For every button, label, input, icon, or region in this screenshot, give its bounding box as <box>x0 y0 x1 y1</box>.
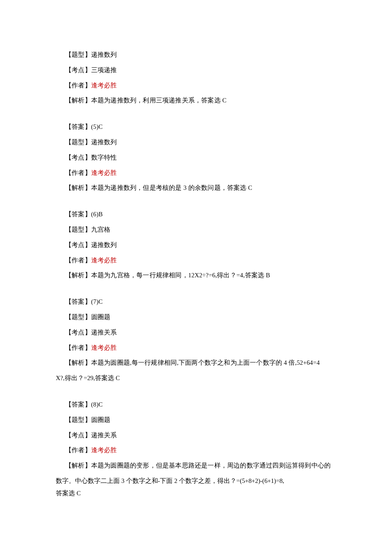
analysis-continuation: 答案选 C <box>56 489 337 497</box>
author-value: 逢考必胜 <box>91 344 117 351</box>
analysis-line: 【解析】本题为圆圈题,每一行规律相同,下面两个数字之和为上面一个数字的 4 倍,… <box>65 358 337 367</box>
analysis-continuation: 数字。中心数字二上面 3 个数字之和-下面 2 个数字之差，得出？=(5+8+2… <box>56 477 337 485</box>
answer-line: 【答案】(5)C <box>65 122 337 131</box>
analysis-label: 【解析】 <box>65 359 91 366</box>
type-label: 【题型】 <box>65 51 91 58</box>
answer-label: 【答案】 <box>65 123 91 130</box>
point-label: 【考点】 <box>65 154 91 161</box>
analysis-value: 本题为递推数列，利用三项递推关系，答案选 C <box>91 97 227 104</box>
point-label: 【考点】 <box>65 432 91 439</box>
answer-value: (7)C <box>91 298 103 305</box>
analysis-line: 【解析】本题为递推数列，利用三项递推关系，答案选 C <box>65 96 337 105</box>
point-value: 三项递推 <box>91 67 117 73</box>
point-label: 【考点】 <box>65 67 91 73</box>
author-label: 【作者】 <box>65 447 91 453</box>
type-value: 递推数列 <box>91 139 117 145</box>
analysis-line: 【解析】本题为递推数列，但是考核的是 3 的余数问题，答案选 C <box>65 183 337 192</box>
author-value: 逢考必胜 <box>91 447 117 453</box>
analysis-label: 【解析】 <box>65 184 91 191</box>
point-line: 【考点】三项递推 <box>65 66 337 74</box>
type-label: 【题型】 <box>65 314 91 320</box>
point-line: 【考点】递推关系 <box>65 431 337 439</box>
author-label: 【作者】 <box>65 169 91 176</box>
answer-label: 【答案】 <box>65 298 91 305</box>
type-line: 【题型】圆圈题 <box>65 416 337 424</box>
author-label: 【作者】 <box>65 82 91 89</box>
analysis-label: 【解析】 <box>65 97 91 104</box>
block-separator <box>65 199 337 210</box>
point-value: 递推关系 <box>91 432 117 439</box>
point-line: 【考点】递推数列 <box>65 241 337 249</box>
type-value: 圆圈题 <box>91 314 111 320</box>
type-label: 【题型】 <box>65 416 91 423</box>
block-separator <box>65 111 337 122</box>
type-line: 【题型】圆圈题 <box>65 313 337 321</box>
type-line: 【题型】九宫格 <box>65 225 337 234</box>
answer-label: 【答案】 <box>65 401 91 408</box>
analysis-label: 【解析】 <box>65 462 91 469</box>
answer-value: (8)C <box>91 401 103 408</box>
analysis-value: 本题为九宫格，每一行规律相同，12X2÷?=6,得出？=4,答案选 B <box>91 272 270 279</box>
author-line: 【作者】逢考必胜 <box>65 256 337 264</box>
analysis-label: 【解析】 <box>65 272 91 279</box>
point-value: 递推数列 <box>91 241 117 248</box>
author-label: 【作者】 <box>65 344 91 351</box>
type-label: 【题型】 <box>65 139 91 145</box>
author-label: 【作者】 <box>65 257 91 264</box>
type-line: 【题型】递推数列 <box>65 138 337 146</box>
type-value: 圆圈题 <box>91 416 111 423</box>
analysis-value: 本题为圆圈题,每一行规律相同,下面两个数字之和为上面一个数字的 4 倍,52+6… <box>91 359 320 366</box>
answer-line: 【答案】(6)B <box>65 210 337 218</box>
point-value: 递推关系 <box>91 329 117 336</box>
point-label: 【考点】 <box>65 241 91 248</box>
author-line: 【作者】逢考必胜 <box>65 169 337 177</box>
analysis-line: 【解析】本题为九宫格，每一行规律相同，12X2÷?=6,得出？=4,答案选 B <box>65 271 337 279</box>
point-value: 数字特性 <box>91 154 117 161</box>
answer-value: (5)C <box>91 123 103 130</box>
type-label: 【题型】 <box>65 226 91 233</box>
author-line: 【作者】逢考必胜 <box>65 446 337 454</box>
author-line: 【作者】逢考必胜 <box>65 343 337 352</box>
type-value: 递推数列 <box>91 51 117 58</box>
answer-line: 【答案】(7)C <box>65 297 337 306</box>
author-value: 逢考必胜 <box>91 82 117 89</box>
point-line: 【考点】递推关系 <box>65 328 337 337</box>
point-label: 【考点】 <box>65 329 91 336</box>
analysis-value: 本题为圆圈题的变形，但是基本思路还是一样，周边的数字通过四则运算得到中心的 <box>91 462 331 469</box>
author-value: 逢考必胜 <box>91 257 117 264</box>
type-value: 九宫格 <box>91 226 111 233</box>
answer-value: (6)B <box>91 211 103 218</box>
block-separator <box>65 389 337 400</box>
type-line: 【题型】递推数列 <box>65 50 337 59</box>
block-separator <box>65 286 337 297</box>
analysis-value: 本题为递推数列，但是考核的是 3 的余数问题，答案选 C <box>91 184 252 191</box>
analysis-continuation: X?,得出？=29,答案选 C <box>56 374 337 382</box>
author-value: 逢考必胜 <box>91 169 117 176</box>
author-line: 【作者】逢考必胜 <box>65 81 337 90</box>
analysis-line: 【解析】本题为圆圈题的变形，但是基本思路还是一样，周边的数字通过四则运算得到中心… <box>65 461 337 470</box>
answer-line: 【答案】(8)C <box>65 400 337 409</box>
answer-label: 【答案】 <box>65 211 91 218</box>
point-line: 【考点】数字特性 <box>65 153 337 162</box>
